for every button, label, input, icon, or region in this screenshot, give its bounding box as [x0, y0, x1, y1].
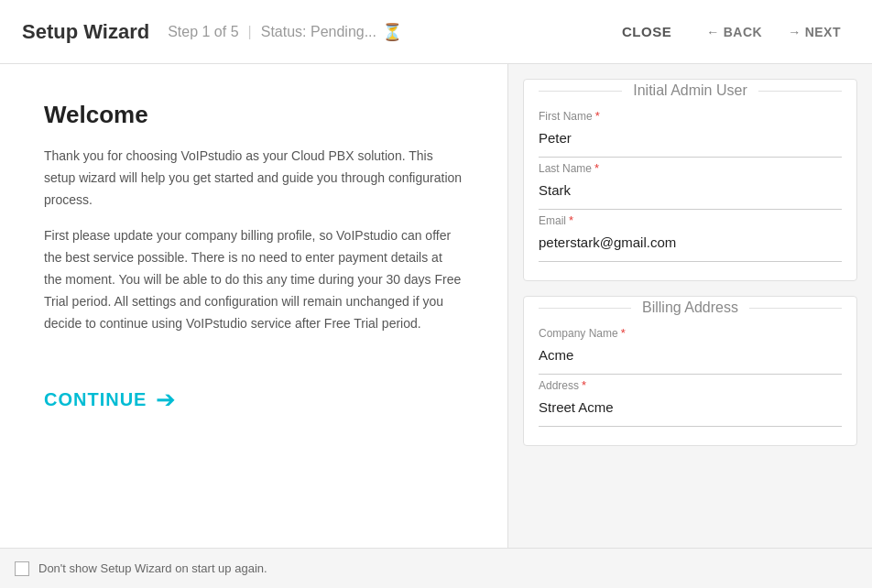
company-name-field-group: Company Name * Acme [524, 326, 856, 375]
right-panel: Initial Admin User First Name * Peter La… [508, 64, 872, 548]
admin-card-title: Initial Admin User [622, 82, 758, 99]
header-nav: CLOSE ← BACK → NEXT [611, 18, 850, 45]
hourglass-icon: ⏳ [382, 22, 402, 42]
email-required: * [569, 213, 573, 227]
last-name-field-group: Last Name * Stark [524, 161, 856, 210]
company-name-required: * [621, 326, 626, 340]
email-field-group: Email * peterstark@gmail.com [524, 213, 856, 262]
next-arrow-icon: → [788, 25, 801, 39]
continue-label: CONTINUE [44, 389, 147, 410]
header-divider: | [248, 24, 252, 40]
address-label: Address * [539, 378, 842, 392]
status-text: Status: Pending... ⏳ [261, 22, 402, 42]
header: Setup Wizard Step 1 of 5 | Status: Pendi… [0, 0, 872, 64]
back-arrow-icon: ← [706, 25, 720, 39]
first-name-label: First Name * [539, 109, 842, 123]
email-label: Email * [539, 213, 842, 227]
first-name-value[interactable]: Peter [539, 125, 842, 158]
dont-show-label: Don't show Setup Wizard on start up agai… [38, 561, 267, 575]
company-name-label: Company Name * [539, 326, 842, 340]
billing-card-title: Billing Address [631, 299, 749, 316]
admin-user-card: Initial Admin User First Name * Peter La… [523, 79, 857, 281]
dont-show-checkbox[interactable] [15, 561, 29, 576]
continue-arrow-icon: ➔ [156, 386, 176, 414]
step-indicator: Step 1 of 5 [168, 24, 238, 40]
back-button[interactable]: ← BACK [697, 19, 771, 45]
billing-card-header: Billing Address [524, 297, 856, 319]
next-button[interactable]: → NEXT [779, 19, 850, 45]
first-name-required: * [595, 109, 600, 123]
welcome-title: Welcome [44, 101, 463, 129]
company-name-value[interactable]: Acme [539, 342, 842, 375]
welcome-para1: Thank you for choosing VoIPstudio as you… [44, 146, 463, 211]
last-name-required: * [594, 161, 599, 175]
admin-card-header: Initial Admin User [524, 80, 856, 102]
email-value[interactable]: peterstark@gmail.com [539, 229, 842, 262]
close-button[interactable]: CLOSE [611, 18, 682, 45]
welcome-para2: First please update your company billing… [44, 225, 463, 334]
continue-button[interactable]: CONTINUE ➔ [44, 386, 176, 414]
footer: Don't show Setup Wizard on start up agai… [0, 548, 872, 588]
app-title: Setup Wizard [22, 20, 149, 44]
billing-address-card: Billing Address Company Name * Acme Addr… [523, 296, 857, 446]
last-name-value[interactable]: Stark [539, 177, 842, 210]
main-content: Welcome Thank you for choosing VoIPstudi… [0, 64, 872, 548]
first-name-field-group: First Name * Peter [524, 109, 856, 158]
address-required: * [582, 378, 586, 392]
left-panel: Welcome Thank you for choosing VoIPstudi… [0, 64, 508, 548]
last-name-label: Last Name * [539, 161, 842, 175]
address-field-group: Address * Street Acme [524, 378, 856, 427]
address-value[interactable]: Street Acme [539, 394, 842, 427]
